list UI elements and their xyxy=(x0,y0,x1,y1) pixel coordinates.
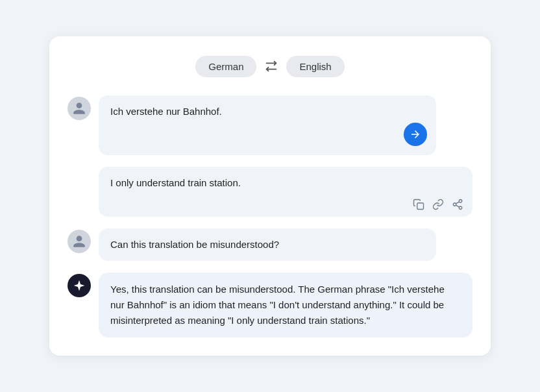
ai-message-text-1: Yes, this translation can be misundersto… xyxy=(110,284,445,326)
user-message-2: Can this translation be misunderstood? xyxy=(68,228,472,262)
svg-line-4 xyxy=(456,205,459,207)
user-message-1: Ich verstehe nur Bahnhof. xyxy=(68,95,472,156)
target-language-button[interactable]: English xyxy=(286,56,344,77)
translation-text-1: I only understand train station. xyxy=(110,177,241,188)
user-bubble-2: Can this translation be misunderstood? xyxy=(99,228,436,262)
user-avatar-2 xyxy=(68,230,91,253)
translate-button-1[interactable] xyxy=(404,123,427,146)
source-language-button[interactable]: German xyxy=(195,56,256,77)
share-icon[interactable] xyxy=(452,199,463,210)
user-message-text-1: Ich verstehe nur Bahnhof. xyxy=(110,106,222,117)
link-icon[interactable] xyxy=(432,199,444,210)
svg-point-2 xyxy=(453,203,456,206)
translation-block-1: I only understand train station. xyxy=(99,167,472,217)
svg-rect-0 xyxy=(417,203,424,210)
language-bar: German English xyxy=(68,56,472,77)
chat-area: Ich verstehe nur Bahnhof. I only underst… xyxy=(68,95,472,338)
action-icons xyxy=(413,199,463,210)
svg-point-3 xyxy=(459,206,462,210)
user-avatar-1 xyxy=(68,97,91,120)
swap-icon[interactable] xyxy=(264,59,278,73)
translation-bubble-1: I only understand train station. xyxy=(99,167,472,217)
main-container: German English Ich verstehe nur Bahnhof. xyxy=(49,36,491,356)
user-bubble-1: Ich verstehe nur Bahnhof. xyxy=(99,95,436,156)
ai-bubble-1: Yes, this translation can be misundersto… xyxy=(99,273,472,337)
svg-line-5 xyxy=(456,202,459,204)
svg-point-1 xyxy=(459,199,462,202)
ai-message-1: Yes, this translation can be misundersto… xyxy=(68,273,472,337)
user-message-text-2: Can this translation be misunderstood? xyxy=(110,239,279,250)
copy-icon[interactable] xyxy=(413,199,424,210)
ai-avatar xyxy=(68,274,91,297)
